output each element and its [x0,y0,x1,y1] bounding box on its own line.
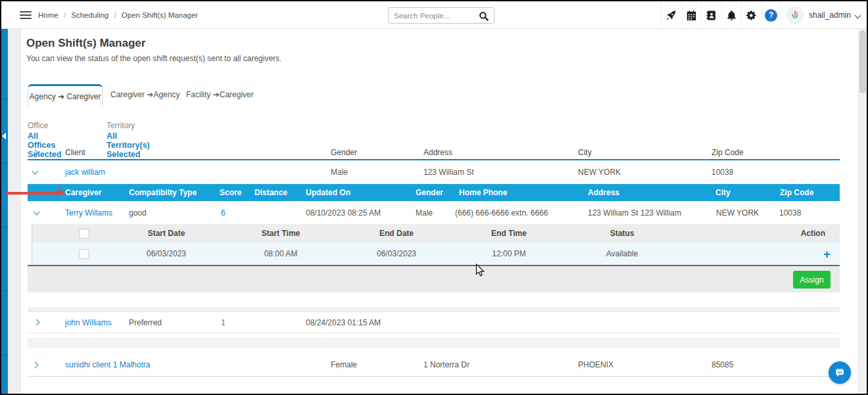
menu-icon[interactable] [20,11,32,19]
assign-button[interactable]: Assign [793,271,831,289]
topbar-icons: ? [661,1,781,29]
col-caregiver: Caregiver [65,184,101,201]
calendar-icon[interactable] [681,1,702,29]
search-box [388,7,494,24]
caregiver-table-header: Caregiver Compatibilty Type Score Distan… [28,184,840,201]
breadcrumb-current: Open Shift(s) Manager [122,11,198,19]
col-status: Status [610,224,635,243]
help-glyph: ? [765,9,777,22]
tab-agency-caregiver[interactable]: Agency ➔ Caregiver [28,84,103,106]
chevron-down-icon[interactable] [855,12,861,19]
tab-facility-caregiver[interactable]: Facility ➔Caregiver [186,84,254,106]
caregiver-name-link[interactable]: john Williams [65,312,112,333]
caregiver-gender: Male [416,201,433,224]
col-compatibility: Compatibilty Type [129,184,197,201]
caregiver-score-link[interactable]: 1 [221,312,226,333]
territory-label: Territory [107,121,150,130]
col-cg-city: City [715,184,731,201]
caregiver-compatibility: good [129,201,147,224]
client-name-link[interactable]: sunidhi client 1 Malhotra [65,354,150,376]
spacer [28,307,840,312]
col-gender: Gender [331,146,357,159]
col-start-date: Start Date [148,224,185,243]
launch-icon[interactable] [661,1,681,29]
open-shifts-table: Client Gender Address City Zip Code jack… [28,146,840,377]
app-window: Home / Scheduling / Open Shift(s) Manage… [0,0,868,395]
client-row-jack-william: jack william Male 123 William St NEW YOR… [28,160,840,184]
col-cg-zip: Zip Code [780,184,813,201]
col-end-date: End Date [379,224,414,243]
scrollbar[interactable] [858,29,867,394]
caregiver-city: NEW YORK [716,201,759,224]
help-icon[interactable]: ? [761,1,782,29]
tab-caregiver-agency[interactable]: Caregiver ➔Agency [110,84,180,106]
shift-checkbox[interactable] [80,249,89,259]
notifications-icon[interactable] [721,1,742,29]
client-row-sunidhi-malhotra: sunidhi client 1 Malhotra Female 1 Norte… [28,354,840,377]
sidebar-collapsed [1,29,8,394]
client-zip: 85085 [711,354,733,376]
col-client: Client [65,146,85,159]
content-gutter [8,29,21,394]
chat-button[interactable] [829,361,851,384]
breadcrumb-separator: / [64,11,66,19]
page-subtitle: You can view the status of the open shif… [26,54,281,63]
shift-row: 06/03/2023 08:00 AM 06/03/2023 12:00 PM … [32,243,840,265]
client-city: NEW YORK [578,160,621,184]
expand-all-icon[interactable] [32,149,39,156]
breadcrumb-separator: / [114,11,116,19]
office-label: Office [28,121,61,130]
search-icon[interactable] [478,11,489,22]
col-updated-on: Updated On [306,184,350,201]
client-table-header: Client Gender Address City Zip Code [28,146,840,160]
client-gender: Male [331,160,348,184]
client-address: 123 William St [423,160,474,184]
expand-row-icon[interactable] [32,361,39,368]
tab-bar: Agency ➔ Caregiver Caregiver ➔Agency Fac… [28,84,619,106]
sidebar-collapse-arrow-icon[interactable] [2,133,6,139]
shift-start-time: 08:00 AM [264,243,298,265]
avatar[interactable] [786,7,804,24]
shift-end-date: 06/03/2023 [377,243,416,265]
collapse-row-icon[interactable] [32,168,39,175]
page-title: Open Shift(s) Manager [26,37,145,50]
settings-icon[interactable] [741,1,761,29]
col-start-time: Start Time [262,224,300,243]
col-home-phone: Home Phone [459,184,507,201]
search-input[interactable] [394,8,471,23]
scrollbar-thumb[interactable] [859,30,866,93]
spacer [28,348,840,354]
sidebar-divider [1,99,8,99]
col-city: City [578,146,592,159]
shift-end-time: 12:00 PM [492,243,525,265]
topbar: Home / Scheduling / Open Shift(s) Manage… [1,1,867,29]
caregiver-updated-on: 08/24/2023 01:15 AM [306,312,381,333]
client-name-link[interactable]: jack william [65,160,105,184]
client-city: PHOENIX [578,354,614,376]
caregiver-address: 123 William St 123 William [588,201,681,224]
shift-table-header: Start Date Start Time End Date End Time … [32,224,840,243]
username[interactable]: shail_admin [809,1,851,29]
spacer [28,338,840,348]
collapse-row-icon[interactable] [34,208,40,215]
sidebar-divider [1,163,8,164]
breadcrumb-scheduling[interactable]: Scheduling [71,11,108,19]
caregiver-score-link[interactable]: 6 [221,201,226,224]
sidebar-divider [1,355,8,356]
select-all-checkbox[interactable] [80,229,89,239]
caregiver-name-link[interactable]: Terry Willams [65,201,112,224]
col-action: Action [801,224,825,243]
spacer [28,292,840,307]
breadcrumb-home[interactable]: Home [38,11,59,19]
company-logo-icon [789,9,801,21]
col-cg-gender: Gender [416,184,443,201]
contacts-icon[interactable] [701,1,721,29]
chat-bubble-icon [833,366,846,379]
main-content: Open Shift(s) Manager You can view the s… [21,29,858,394]
expand-row-icon[interactable] [34,319,40,326]
add-shift-icon[interactable]: + [823,248,831,260]
client-address: 1 Norterra Dr [423,354,470,376]
spacer [28,333,840,338]
shift-status: Available [606,243,638,265]
caregiver-home-phone: (666) 666-6666 extn. 6666 [455,201,548,224]
